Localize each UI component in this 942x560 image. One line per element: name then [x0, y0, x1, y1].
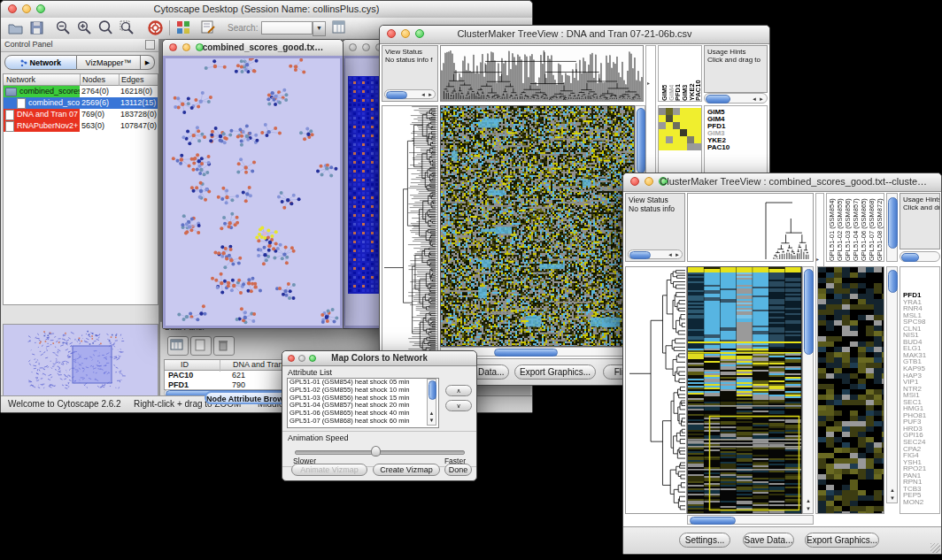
scroll-left-icon[interactable]: ◄ [668, 251, 673, 258]
attribute-list-item[interactable]: GPL51-07 (GSM868) heat shock 60 min [288, 418, 438, 426]
float-panel-icon[interactable] [145, 40, 155, 50]
tv1-row-dendrogram-canvas[interactable] [382, 106, 437, 355]
close-button[interactable] [288, 355, 295, 362]
tv1-column-dendrogram-canvas[interactable] [441, 46, 643, 101]
resize-grip[interactable] [930, 543, 940, 553]
tv2-column-dendrogram[interactable] [687, 193, 814, 262]
scroll-up-icon[interactable]: ▲ [889, 487, 896, 494]
close-button[interactable] [387, 29, 396, 38]
scroll-left-icon[interactable]: ◄ [421, 91, 426, 98]
network-tree-row[interactable]: combined_sco2569(6)13112(15) [4, 97, 158, 109]
table-import-icon[interactable] [332, 20, 347, 35]
close-button[interactable] [8, 4, 17, 13]
tv2-gene-vscrollbar[interactable]: ▲ ▼ [886, 266, 898, 503]
tab-vizmapper[interactable]: VizMapper™ [77, 55, 141, 70]
delete-attribute-button[interactable] [213, 336, 235, 356]
tv1-titlebar[interactable]: ClusterMaker TreeView : DNA and Tran 07-… [380, 26, 769, 44]
attribute-list-scrollbar[interactable]: ▲ ▼ [427, 379, 436, 426]
scroll-up-icon[interactable]: ▲ [429, 410, 435, 417]
tv2-label-vscrollbar[interactable] [886, 193, 898, 262]
tv2-column-dendrogram-canvas[interactable] [688, 194, 813, 261]
scroll-down-icon[interactable]: ▼ [889, 495, 896, 502]
export-graphics-button[interactable]: Export Graphics... [805, 533, 879, 548]
tv2-vscroll-thumb[interactable] [804, 269, 814, 355]
close-button[interactable] [630, 177, 639, 186]
close-button[interactable] [169, 43, 177, 51]
help-lifering-icon[interactable] [148, 20, 163, 35]
tv2-label-vscroll-thumb[interactable] [888, 197, 898, 249]
tab-network[interactable]: Network [4, 55, 77, 70]
move-down-button[interactable]: ∨ [445, 400, 472, 411]
open-session-icon[interactable] [8, 21, 23, 35]
export-graphics-button[interactable]: Export Graphics... [514, 364, 596, 380]
speed-slider-thumb[interactable] [371, 446, 381, 456]
tv1-global-heatmap-canvas[interactable] [659, 108, 701, 150]
close-button[interactable] [349, 43, 357, 51]
search-input[interactable] [261, 21, 313, 35]
move-up-button[interactable]: ∧ [445, 385, 472, 396]
network-tree-row[interactable]: DNA and Tran 07769(0)183728(0) [4, 109, 158, 120]
network-window-titlebar[interactable]: combined_scores_good.txt--cluste... [163, 40, 343, 57]
network-tree-row[interactable]: combined_scores2764(0)16218(0) [4, 86, 158, 97]
zoom-fit-icon[interactable] [98, 20, 113, 35]
tv2-status-scrollbar[interactable]: ◄ ► [628, 249, 683, 259]
scroll-right-icon[interactable]: ► [675, 251, 680, 258]
attribute-list[interactable]: GPL51-01 (GSM854) heat shock 05 minGPL51… [287, 378, 439, 428]
tv2-hscrollbar[interactable] [687, 515, 814, 525]
tv1-hscroll-thumb[interactable] [494, 349, 558, 357]
zoom-in-icon[interactable] [77, 20, 92, 35]
settings-button[interactable]: Settings... [679, 533, 730, 548]
tv2-heatmap[interactable] [687, 266, 802, 514]
zoom-button[interactable] [36, 4, 45, 13]
minimize-button[interactable] [362, 43, 370, 51]
tv2-usage-scroll-thumb[interactable] [901, 253, 919, 262]
vizmapper-icon[interactable] [176, 20, 190, 35]
zoom-button[interactable] [415, 29, 424, 38]
new-attribute-button[interactable] [190, 336, 212, 356]
tv2-global-view[interactable] [817, 266, 884, 514]
attribute-select-button[interactable] [167, 336, 189, 356]
dialog-titlebar[interactable]: Map Colors to Network [282, 351, 476, 366]
col-header-network[interactable]: Network [6, 74, 77, 86]
attr-scroll-thumb[interactable] [429, 380, 436, 400]
save-session-icon[interactable] [30, 21, 43, 35]
done-button[interactable]: Done [444, 464, 472, 476]
tv2-row-dendrogram-canvas[interactable] [626, 267, 686, 513]
col-header-edges[interactable]: Edges [119, 74, 160, 86]
main-titlebar[interactable]: Cytoscape Desktop (Session Name: collins… [1, 1, 532, 19]
minimize-button[interactable] [298, 355, 305, 362]
tv1-heatmap-canvas[interactable] [441, 106, 634, 346]
scroll-down-icon[interactable]: ▼ [429, 417, 435, 424]
tv1-column-dendrogram[interactable] [440, 45, 644, 102]
zoom-button[interactable] [309, 355, 316, 362]
tv2-hscroll-thumb[interactable] [690, 517, 736, 525]
minimize-button[interactable] [182, 43, 190, 51]
tv2-gene-vscroll-thumb[interactable] [888, 270, 898, 293]
tv1-status-scroll-thumb[interactable] [386, 91, 407, 99]
zoom-selected-icon[interactable] [120, 20, 135, 35]
create-vizmap-button[interactable]: Create Vizmap [373, 464, 440, 476]
tv2-usage-scrollbar[interactable] [900, 251, 940, 262]
tv1-usage-scrollbar[interactable]: ◄ ► [704, 93, 768, 104]
save-data-button[interactable]: Save Data... [743, 533, 794, 548]
scroll-right-icon[interactable]: ► [759, 96, 764, 103]
annotation-icon[interactable] [201, 20, 216, 35]
scroll-down-icon[interactable]: ▼ [805, 505, 812, 512]
network-canvas[interactable] [166, 58, 340, 326]
expand-right-icon[interactable]: ▸ [647, 80, 650, 87]
tv2-titlebar[interactable]: ClusterMaker TreeView : combined_scores_… [623, 173, 941, 192]
network-tree-row[interactable]: RNAPuberNov2+563(0)107847(0) [4, 120, 158, 132]
tv1-usage-scroll-thumb[interactable] [706, 95, 730, 104]
minimize-button[interactable] [401, 29, 410, 38]
minimize-button[interactable] [645, 177, 653, 186]
tv2-heatmap-canvas[interactable] [688, 267, 801, 513]
tv1-status-scrollbar[interactable]: ◄ ► [384, 89, 436, 99]
tv2-vscrollbar[interactable]: ▲ ▼ [802, 266, 814, 514]
network-view[interactable] [163, 56, 343, 328]
tv1-heatmap[interactable] [440, 105, 635, 347]
tv2-status-scroll-thumb[interactable] [629, 251, 651, 259]
zoom-out-icon[interactable] [56, 20, 71, 35]
scroll-up-icon[interactable]: ▲ [805, 497, 812, 504]
tv1-vscroll-thumb[interactable] [637, 108, 645, 173]
birdseye-view[interactable] [3, 324, 158, 396]
